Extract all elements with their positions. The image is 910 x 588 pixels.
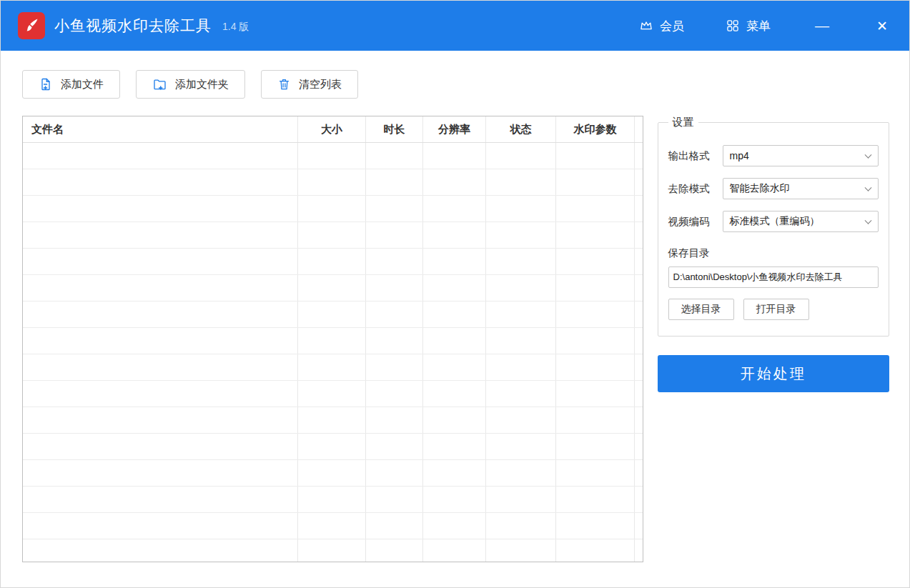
- app-title: 小鱼视频水印去除工具: [54, 16, 212, 36]
- settings-panel: 设置 输出格式 mp4 去除模式 智能去除水印: [658, 116, 889, 562]
- choose-dir-button[interactable]: 选择目录: [668, 299, 734, 320]
- table-row: [23, 328, 643, 354]
- chevron-down-icon: [865, 151, 872, 159]
- col-spacer: [635, 116, 643, 142]
- encode-mode-value: 标准模式（重编码）: [730, 215, 820, 228]
- table-row: [23, 196, 643, 222]
- chevron-down-icon: [865, 184, 872, 191]
- file-table: 文件名 大小 时长 分辨率 状态 水印参数: [22, 116, 643, 562]
- table-header-row: 文件名 大小 时长 分辨率 状态 水印参数: [23, 116, 643, 143]
- table-row: [23, 169, 643, 196]
- toolbar: 添加文件 添加文件夹: [22, 70, 889, 99]
- settings-group: 设置 输出格式 mp4 去除模式 智能去除水印: [658, 116, 889, 337]
- table-row: [23, 381, 643, 407]
- add-file-button[interactable]: 添加文件: [22, 70, 120, 99]
- table-row: [23, 249, 643, 275]
- table-body: [23, 143, 643, 562]
- main-panels: 文件名 大小 时长 分辨率 状态 水印参数 设置 输出格式: [22, 116, 889, 562]
- dir-buttons-row: 选择目录 打开目录: [668, 299, 879, 320]
- titlebar-actions: 会员 菜单 — ✕: [639, 17, 891, 34]
- add-file-label: 添加文件: [61, 78, 104, 91]
- table-row: [23, 487, 643, 513]
- menu-button[interactable]: 菜单: [726, 18, 771, 34]
- add-folder-button[interactable]: 添加文件夹: [136, 70, 245, 99]
- table-row: [23, 222, 643, 249]
- member-button[interactable]: 会员: [639, 18, 684, 34]
- crown-icon: [639, 19, 653, 33]
- start-processing-button[interactable]: 开始处理: [658, 355, 889, 392]
- chevron-down-icon: [865, 217, 872, 224]
- table-row: [23, 513, 643, 539]
- col-duration: 时长: [366, 116, 423, 142]
- close-button[interactable]: ✕: [874, 18, 891, 34]
- clear-list-label: 清空列表: [299, 78, 342, 91]
- output-format-label: 输出格式: [668, 149, 714, 163]
- clear-list-button[interactable]: 清空列表: [261, 70, 358, 99]
- remove-mode-select[interactable]: 智能去除水印: [723, 178, 879, 199]
- output-format-select[interactable]: mp4: [723, 145, 879, 166]
- menu-label: 菜单: [746, 18, 771, 34]
- col-status: 状态: [486, 116, 556, 142]
- settings-legend: 设置: [668, 116, 698, 129]
- table-row: [23, 434, 643, 460]
- col-resolution: 分辨率: [423, 116, 486, 142]
- output-format-row: 输出格式 mp4: [668, 145, 879, 166]
- content-area: 添加文件 添加文件夹: [1, 51, 909, 562]
- grid-menu-icon: [726, 19, 740, 33]
- save-dir-input[interactable]: [668, 266, 879, 288]
- col-filename: 文件名: [23, 116, 298, 142]
- encode-mode-row: 视频编码 标准模式（重编码）: [668, 211, 879, 232]
- add-folder-label: 添加文件夹: [175, 78, 229, 91]
- remove-mode-value: 智能去除水印: [730, 182, 790, 195]
- trash-icon: [277, 77, 291, 91]
- app-version: 1.4 版: [222, 21, 249, 34]
- table-row: [23, 302, 643, 328]
- table-row: [23, 460, 643, 487]
- app-window: 小鱼视频水印去除工具 1.4 版 会员: [0, 0, 910, 588]
- file-plus-icon: [39, 77, 53, 91]
- titlebar: 小鱼视频水印去除工具 1.4 版 会员: [1, 1, 909, 51]
- encode-mode-label: 视频编码: [668, 215, 714, 229]
- remove-mode-label: 去除模式: [668, 182, 714, 196]
- col-watermark-params: 水印参数: [556, 116, 635, 142]
- member-label: 会员: [660, 18, 684, 34]
- save-dir-label: 保存目录: [668, 246, 879, 260]
- brush-logo-icon: [23, 17, 40, 34]
- table-row: [23, 354, 643, 381]
- table-row: [23, 275, 643, 302]
- table-row: [23, 407, 643, 434]
- output-format-value: mp4: [730, 150, 749, 161]
- app-logo-icon: [18, 12, 45, 39]
- open-dir-button[interactable]: 打开目录: [743, 299, 809, 320]
- col-size: 大小: [298, 116, 366, 142]
- table-row: [23, 539, 643, 562]
- table-row: [23, 143, 643, 169]
- remove-mode-row: 去除模式 智能去除水印: [668, 178, 879, 199]
- folder-plus-icon: [152, 77, 167, 91]
- encode-mode-select[interactable]: 标准模式（重编码）: [723, 211, 879, 232]
- minimize-button[interactable]: —: [812, 17, 832, 34]
